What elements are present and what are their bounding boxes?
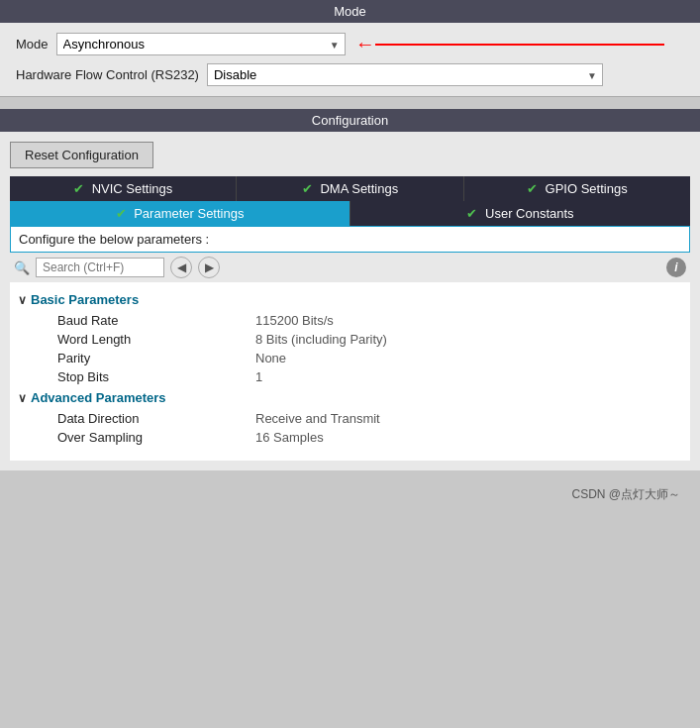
configure-text: Configure the below parameters : bbox=[10, 226, 690, 253]
hw-flow-label: Hardware Flow Control (RS232) bbox=[16, 67, 199, 82]
mode-header-label: Mode bbox=[334, 4, 366, 19]
basic-collapse-icon: ∨ bbox=[18, 293, 27, 307]
tab-user-label: User Constants bbox=[485, 206, 574, 221]
gpio-check-icon: ✔ bbox=[527, 181, 538, 196]
mode-row: Mode Asynchronous Synchronous ← bbox=[16, 33, 684, 55]
config-header-label: Configuration bbox=[312, 113, 388, 128]
info-button[interactable]: i bbox=[666, 258, 686, 277]
config-body: Reset Configuration ✔ NVIC Settings ✔ DM… bbox=[0, 132, 700, 470]
config-section: Configuration Reset Configuration ✔ NVIC… bbox=[0, 109, 700, 470]
mode-arrow-indicator: ← bbox=[355, 33, 375, 55]
configure-text-label: Configure the below parameters : bbox=[19, 232, 209, 247]
data-direction-label: Data Direction bbox=[57, 411, 255, 426]
advanced-params-header[interactable]: ∨ Advanced Parameters bbox=[18, 390, 682, 405]
mode-select-wrapper: Asynchronous Synchronous bbox=[56, 33, 346, 55]
advanced-params-label: Advanced Parameters bbox=[31, 390, 166, 405]
param-row-baud-rate: Baud Rate 115200 Bits/s bbox=[18, 311, 682, 330]
param-row-stop-bits: Stop Bits 1 bbox=[18, 367, 682, 386]
reset-config-button[interactable]: Reset Configuration bbox=[10, 142, 153, 168]
params-area: ∨ Basic Parameters Baud Rate 115200 Bits… bbox=[10, 282, 690, 461]
advanced-collapse-icon: ∨ bbox=[18, 391, 27, 405]
search-icon: 🔍 bbox=[14, 260, 30, 275]
word-length-label: Word Length bbox=[57, 332, 255, 347]
tab-dma-label: DMA Settings bbox=[320, 181, 398, 196]
word-length-value: 8 Bits (including Parity) bbox=[255, 332, 387, 347]
next-nav-button[interactable]: ▶ bbox=[198, 257, 220, 278]
basic-params-header[interactable]: ∨ Basic Parameters bbox=[18, 292, 682, 307]
over-sampling-value: 16 Samples bbox=[255, 430, 324, 445]
dma-check-icon: ✔ bbox=[302, 181, 313, 196]
param-row-data-direction: Data Direction Receive and Transmit bbox=[18, 409, 682, 428]
param-row-word-length: Word Length 8 Bits (including Parity) bbox=[18, 330, 682, 349]
tabs-row1: ✔ NVIC Settings ✔ DMA Settings ✔ GPIO Se… bbox=[10, 176, 690, 201]
nvic-check-icon: ✔ bbox=[73, 181, 84, 196]
parity-value: None bbox=[255, 351, 286, 365]
stop-bits-label: Stop Bits bbox=[57, 369, 255, 384]
prev-nav-button[interactable]: ◀ bbox=[170, 257, 192, 278]
param-check-icon: ✔ bbox=[116, 206, 127, 221]
tab-gpio-label: GPIO Settings bbox=[546, 181, 628, 196]
data-direction-value: Receive and Transmit bbox=[255, 411, 380, 426]
param-row-over-sampling: Over Sampling 16 Samples bbox=[18, 428, 682, 447]
footer: CSDN @点灯大师～ bbox=[0, 470, 700, 513]
tab-dma-settings[interactable]: ✔ DMA Settings bbox=[237, 176, 463, 201]
section-gap-1 bbox=[0, 97, 700, 109]
stop-bits-value: 1 bbox=[255, 369, 262, 384]
basic-params-label: Basic Parameters bbox=[31, 292, 139, 307]
tab-param-label: Parameter Settings bbox=[134, 206, 244, 221]
user-check-icon: ✔ bbox=[466, 206, 477, 221]
over-sampling-label: Over Sampling bbox=[57, 430, 255, 445]
tab-nvic-label: NVIC Settings bbox=[92, 181, 173, 196]
hw-flow-select[interactable]: Disable Enable bbox=[207, 63, 603, 86]
config-header: Configuration bbox=[0, 109, 700, 132]
tab-user-constants[interactable]: ✔ User Constants bbox=[350, 201, 690, 226]
parity-label: Parity bbox=[57, 351, 255, 365]
tabs-row2: ✔ Parameter Settings ✔ User Constants bbox=[10, 201, 690, 226]
search-input[interactable] bbox=[36, 258, 164, 277]
tab-nvic-settings[interactable]: ✔ NVIC Settings bbox=[10, 176, 237, 201]
tab-gpio-settings[interactable]: ✔ GPIO Settings bbox=[464, 176, 690, 201]
hw-flow-select-wrapper: Disable Enable bbox=[207, 63, 603, 86]
footer-text: CSDN @点灯大师～ bbox=[571, 487, 680, 501]
mode-select[interactable]: Asynchronous Synchronous bbox=[56, 33, 346, 55]
mode-section-body: Mode Asynchronous Synchronous ← Hardware… bbox=[0, 23, 700, 97]
main-wrapper: Mode Mode Asynchronous Synchronous ← Har… bbox=[0, 0, 700, 513]
hw-flow-row: Hardware Flow Control (RS232) Disable En… bbox=[16, 63, 684, 86]
param-row-parity: Parity None bbox=[18, 349, 682, 367]
mode-header: Mode bbox=[0, 0, 700, 23]
baud-rate-label: Baud Rate bbox=[57, 313, 255, 328]
search-bar: 🔍 ◀ ▶ i bbox=[10, 253, 690, 282]
baud-rate-value: 115200 Bits/s bbox=[255, 313, 334, 328]
tab-parameter-settings[interactable]: ✔ Parameter Settings bbox=[10, 201, 350, 226]
mode-label: Mode bbox=[16, 37, 49, 52]
